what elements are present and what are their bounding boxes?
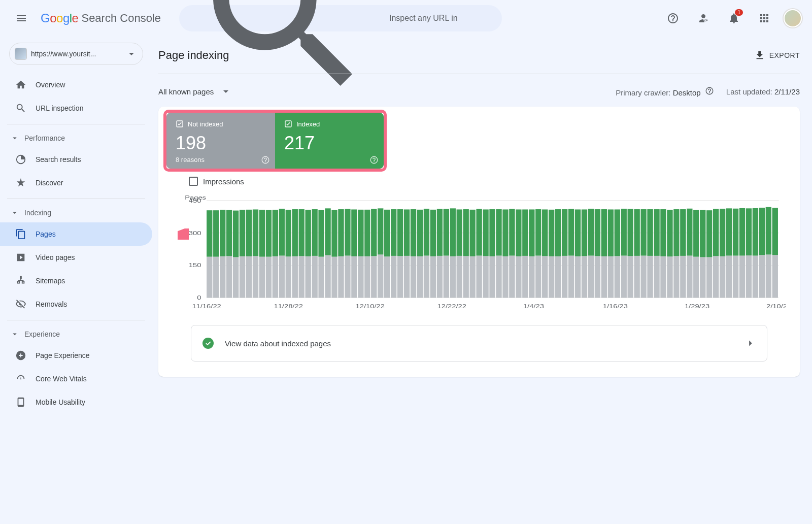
- svg-rect-14: [213, 257, 219, 298]
- help-icon[interactable]: [705, 86, 714, 95]
- svg-rect-40: [299, 256, 304, 298]
- svg-rect-42: [306, 256, 311, 298]
- svg-rect-15: [213, 210, 219, 256]
- sidebar-item-video-pages[interactable]: Video pages: [0, 246, 152, 269]
- svg-rect-91: [463, 209, 469, 256]
- svg-rect-21: [233, 211, 239, 257]
- svg-rect-137: [615, 209, 620, 256]
- sidebar-item-overview[interactable]: Overview: [0, 73, 152, 96]
- search-box[interactable]: [179, 5, 502, 31]
- home-icon: [15, 79, 26, 90]
- svg-rect-63: [371, 209, 377, 256]
- svg-rect-84: [444, 255, 449, 298]
- pages-filter[interactable]: All known pages: [158, 85, 232, 97]
- avatar[interactable]: [784, 9, 802, 27]
- phone-icon: [15, 397, 26, 408]
- index-status-tiles: Not indexed 198 8 reasons Indexed 217: [163, 110, 387, 172]
- svg-rect-146: [647, 256, 653, 298]
- svg-rect-150: [660, 256, 666, 298]
- svg-rect-112: [535, 255, 541, 298]
- svg-rect-19: [226, 210, 232, 256]
- svg-rect-127: [582, 209, 587, 256]
- sidebar-group-label: Performance: [24, 134, 65, 142]
- svg-rect-72: [404, 256, 410, 298]
- circle-plus-icon: [15, 350, 26, 361]
- svg-text:1/4/23: 1/4/23: [523, 304, 544, 309]
- chevron-down-icon: [125, 48, 138, 60]
- notifications-icon[interactable]: 1: [723, 7, 745, 29]
- page-title: Page indexing: [158, 49, 229, 62]
- svg-rect-83: [437, 209, 443, 256]
- svg-rect-70: [397, 256, 403, 298]
- svg-rect-81: [430, 210, 436, 256]
- help-icon[interactable]: [662, 7, 684, 29]
- sidebar-item-label: Discover: [36, 179, 63, 187]
- svg-rect-78: [424, 255, 429, 298]
- svg-rect-28: [259, 257, 265, 298]
- svg-rect-185: [772, 208, 778, 255]
- sidebar-item-label: Sitemaps: [36, 277, 65, 285]
- tile-not-indexed[interactable]: Not indexed 198 8 reasons: [166, 113, 275, 169]
- sitemap-icon: [15, 275, 26, 286]
- sidebar-group-indexing[interactable]: Indexing: [0, 203, 152, 222]
- logo-text: Search Console: [81, 12, 161, 25]
- sidebar-item-core-web-vitals[interactable]: Core Web Vitals: [0, 367, 152, 390]
- chevron-right-icon: [745, 338, 756, 349]
- svg-rect-113: [535, 209, 541, 255]
- pages-icon: [15, 228, 26, 240]
- svg-rect-39: [292, 209, 298, 256]
- sidebar-item-discover[interactable]: Discover: [0, 171, 152, 194]
- help-icon[interactable]: [369, 155, 379, 165]
- users-settings-icon[interactable]: [692, 7, 715, 29]
- svg-text:450: 450: [189, 198, 201, 204]
- property-picker[interactable]: https://www.yoursit...: [9, 43, 143, 65]
- export-button[interactable]: EXPORT: [754, 50, 800, 61]
- svg-rect-64: [378, 254, 383, 298]
- svg-rect-155: [673, 209, 679, 256]
- info-bar-text: View data about indexed pages: [225, 339, 331, 348]
- impressions-toggle[interactable]: Impressions: [189, 177, 786, 186]
- sidebar-group-label: Indexing: [24, 209, 51, 217]
- sidebar-item-mobile-usability[interactable]: Mobile Usability: [0, 390, 152, 414]
- google-wordmark: Google: [41, 11, 78, 25]
- svg-rect-94: [476, 255, 482, 298]
- tile-value: 198: [176, 133, 267, 154]
- apps-icon[interactable]: [753, 7, 775, 29]
- svg-rect-153: [667, 210, 672, 256]
- search-input[interactable]: [388, 13, 492, 23]
- sidebar-item-sitemaps[interactable]: Sitemaps: [0, 269, 152, 292]
- sidebar-item-pages[interactable]: Pages: [0, 222, 152, 246]
- sidebar-item-url-inspection[interactable]: URL inspection: [0, 96, 152, 120]
- sidebar-item-removals[interactable]: Removals: [0, 292, 152, 316]
- svg-rect-62: [371, 256, 377, 298]
- primary-crawler: Primary crawler: Desktop: [616, 86, 714, 97]
- svg-rect-136: [615, 256, 620, 298]
- svg-rect-23: [240, 210, 245, 256]
- tile-indexed[interactable]: Indexed 217: [275, 113, 384, 169]
- svg-rect-135: [608, 209, 614, 256]
- help-icon[interactable]: [261, 155, 270, 165]
- svg-text:11/16/22: 11/16/22: [192, 304, 221, 309]
- view-indexed-bar[interactable]: View data about indexed pages: [191, 325, 767, 362]
- sidebar-item-page-experience[interactable]: Page Experience: [0, 344, 152, 367]
- menu-icon[interactable]: [10, 7, 32, 29]
- sidebar-group-performance[interactable]: Performance: [0, 128, 152, 148]
- svg-rect-52: [338, 256, 344, 298]
- sidebar-item-label: Video pages: [36, 253, 75, 261]
- sidebar-group-experience[interactable]: Experience: [0, 324, 152, 344]
- svg-rect-165: [706, 210, 712, 257]
- sidebar: https://www.yoursit... Overview URL insp…: [0, 37, 152, 426]
- svg-rect-22: [240, 256, 245, 298]
- svg-rect-79: [424, 209, 429, 255]
- svg-rect-154: [673, 256, 679, 298]
- last-updated: Last updated: 2/11/23: [726, 87, 800, 96]
- svg-rect-104: [509, 255, 515, 298]
- svg-rect-118: [555, 256, 561, 298]
- svg-rect-166: [713, 256, 719, 298]
- svg-rect-67: [384, 210, 390, 256]
- svg-rect-126: [582, 256, 587, 298]
- tile-sub: 8 reasons: [176, 156, 267, 163]
- sidebar-item-search-results[interactable]: Search results: [0, 148, 152, 171]
- svg-rect-163: [700, 210, 705, 257]
- svg-rect-65: [378, 208, 383, 254]
